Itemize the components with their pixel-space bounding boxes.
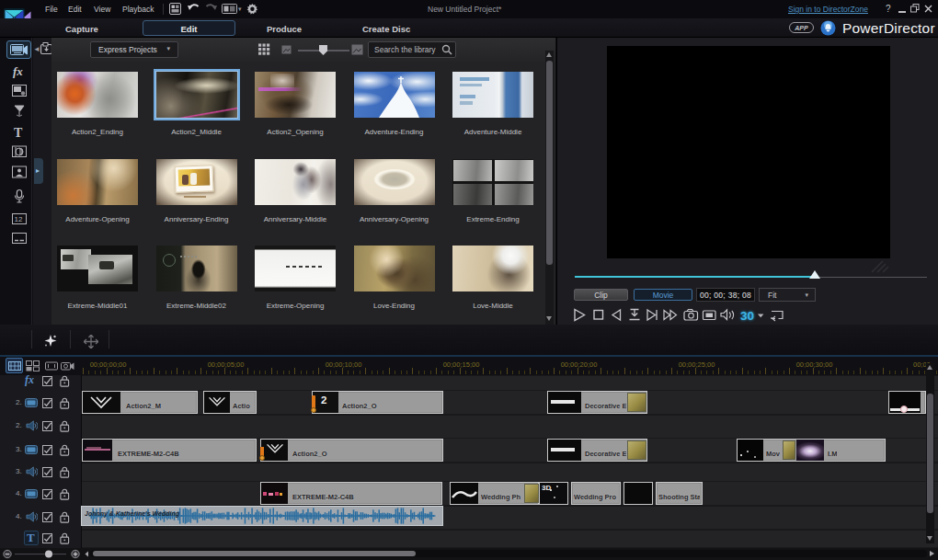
svg-text:T: T (14, 126, 23, 140)
svg-text:30: 30 (740, 309, 754, 323)
svg-text:fx: fx (13, 64, 23, 78)
svg-text:12: 12 (15, 215, 23, 223)
